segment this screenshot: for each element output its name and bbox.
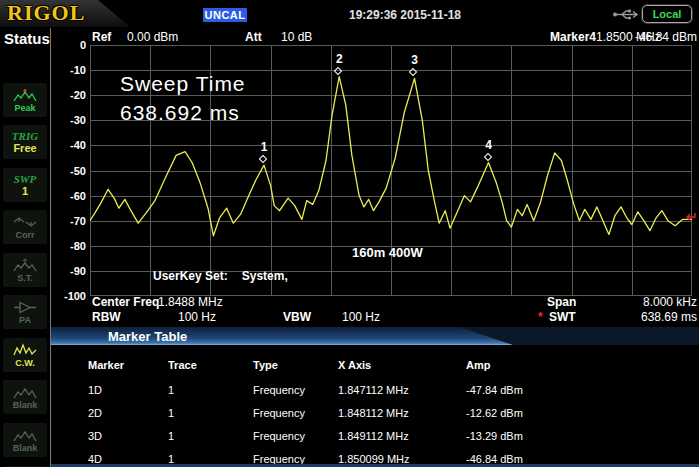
correction-icon [13,215,37,230]
sidebar-header: Status [4,30,50,47]
table-row-cell: -12.62 dBm [466,407,523,419]
sweep-time-overlay-value: 638.692 ms [120,101,240,125]
sidebar-item-blank-1[interactable]: Blank [3,380,47,414]
sweep-time-overlay-title: Sweep Time [120,72,246,96]
column-header-marker: Marker [88,359,124,371]
sidebar-item-peak[interactable]: Peak [3,83,47,117]
ref-level-value: 0.00 dBm [127,30,178,44]
usb-icon [612,8,638,21]
band-power-label: 160m 400W [352,245,423,260]
userkey-value: System, [242,269,288,283]
marker-3-number: 3 [407,53,421,67]
marker-2-number: 2 [332,52,346,66]
marker-4-number: 4 [482,138,496,152]
table-row-cell: 1 [168,407,174,419]
table-row-cell: Frequency [253,430,305,442]
table-row-cell: 1.849112 MHz [338,430,409,442]
marker-readout-amplitude: -46.84 dBm [635,30,697,44]
center-freq-label: Center Freq [92,295,159,309]
vbw-label: VBW [283,310,311,324]
y-axis-tick: -100 [50,290,86,302]
y-axis-tick: -20 [50,89,86,101]
y-axis-tick: -50 [50,165,86,177]
marker-readout-label: Marker4 [550,30,596,44]
y-axis-tick: -40 [50,139,86,151]
cw-waveform-icon [13,343,37,358]
marker-table-header-bar: Marker Table [51,327,699,345]
y-axis-tick: -90 [50,265,86,277]
y-axis-tick: -60 [50,190,86,202]
table-row-cell: 1.848112 MHz [338,407,409,419]
analyzer-screen: RIGOL UNCAL 19:29:36 2015-11-18 Local St… [0,0,699,467]
swt-label: SWT [549,310,576,324]
userkey-message: UserKey Set:System, [153,269,288,283]
y-axis-tick: -10 [50,64,86,76]
uncal-badge: UNCAL [203,8,247,22]
sidebar-item-blank-2[interactable]: Blank [3,423,47,457]
column-header-xaxis: X Axis [338,359,371,371]
attenuation-value: 10 dB [281,30,312,44]
y-axis-tick: 0 [50,39,86,51]
table-row-cell: -47.84 dBm [466,384,523,396]
table-row-cell: 3D [88,430,102,442]
trace-end-marker [686,212,696,221]
rbw-value: 100 Hz [178,310,216,324]
column-header-type: Type [253,359,278,371]
center-freq-value: 1.8488 MHz [158,295,223,309]
y-axis-tick: -30 [50,114,86,126]
span-label: Span [547,295,576,309]
peak-waveform-icon [13,88,37,103]
table-row-cell: -13.29 dBm [466,430,523,442]
waveform-icon [13,428,37,443]
swt-value: 638.69 ms [641,310,697,324]
vbw-value: 100 Hz [342,310,380,324]
marker-table-title: Marker Table [108,329,187,344]
table-row-cell: 1.847112 MHz [338,384,409,396]
sidebar-item-st[interactable]: S.T. [3,253,47,287]
sweep-trace-icon [13,258,37,273]
swt-uncal-flag: * [538,310,543,324]
table-row-cell: 1 [168,384,174,396]
userkey-label: UserKey Set: [153,269,228,283]
rigol-logo: RIGOL [7,0,85,26]
table-row-cell: Frequency [253,384,305,396]
sidebar-item-cw[interactable]: C.W. [3,338,47,372]
column-header-trace: Trace [168,359,197,371]
top-bar: RIGOL UNCAL 19:29:36 2015-11-18 Local [0,0,699,28]
column-header-amp: Amp [466,359,490,371]
waveform-icon [13,385,37,400]
attenuation-label: Att [245,30,262,44]
status-sidebar: Status Peak TRIG Free SWP 1 Corr [0,28,50,467]
table-row-cell: 1D [88,384,102,396]
sidebar-item-trig[interactable]: TRIG Free [3,125,47,159]
y-axis-tick: -80 [50,240,86,252]
marker-1-number: 1 [257,140,271,154]
clock-display: 19:29:36 2015-11-18 [340,8,470,22]
span-value: 8.000 kHz [643,295,697,309]
rbw-label: RBW [92,310,121,324]
sidebar-item-pa[interactable]: PA [3,295,47,329]
sidebar-item-corr[interactable]: Corr [3,210,47,244]
local-badge[interactable]: Local [642,5,692,23]
y-axis-tick: -70 [50,215,86,227]
table-row-cell: 2D [88,407,102,419]
preamp-icon [13,300,37,315]
ref-level-label: Ref [92,30,111,44]
table-row-cell: Frequency [253,407,305,419]
sidebar-item-swp[interactable]: SWP 1 [3,168,47,202]
table-row-cell: 1 [168,430,174,442]
